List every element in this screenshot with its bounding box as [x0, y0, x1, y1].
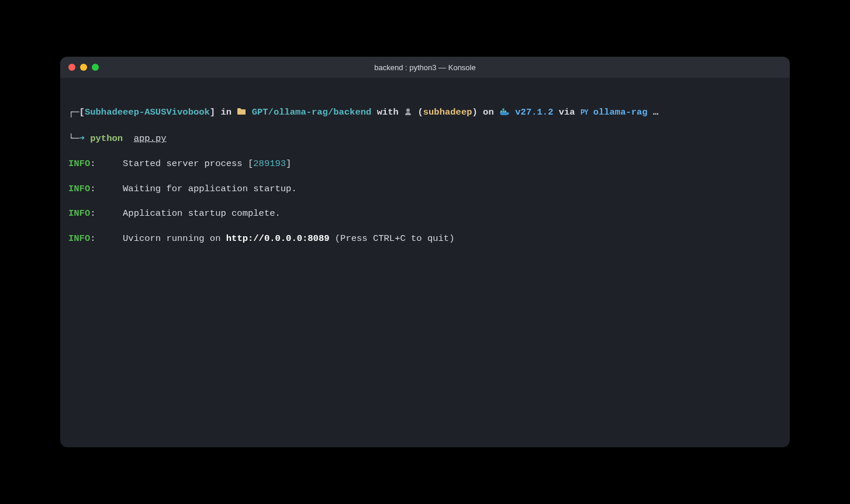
svg-point-0: [406, 109, 410, 112]
prompt-arrow: ➜: [80, 133, 85, 144]
prompt-line-2: └─➜ python app.py: [68, 133, 782, 145]
window-title: backend : python3 — Konsole: [60, 63, 790, 72]
in-label: in: [215, 107, 237, 118]
paren-close: ): [472, 107, 477, 118]
log-line: INFO: Uvicorn running on http://0.0.0.0:…: [68, 233, 782, 245]
command-name: python: [90, 133, 123, 144]
paren-open: (: [417, 107, 423, 118]
log-text: Application startup complete.: [96, 208, 281, 219]
docker-version: v27.1.2: [510, 107, 553, 118]
maximize-icon[interactable]: [92, 64, 99, 71]
server-url: http://0.0.0.0:8089: [226, 233, 330, 244]
whale-icon: [499, 108, 510, 120]
on-label: on: [478, 107, 499, 118]
command-arg: app.py: [134, 133, 167, 144]
with-label: with: [371, 107, 404, 118]
svg-rect-3: [505, 111, 506, 112]
log-text: Waiting for application startup.: [96, 184, 297, 194]
cwd-path: GPT/ollama-rag/backend: [246, 107, 371, 118]
prompt-corner: ┌─: [68, 107, 80, 118]
svg-rect-4: [503, 109, 505, 111]
python-icon: PY: [581, 109, 588, 117]
log-line: INFO: Waiting for application startup.: [68, 183, 782, 195]
user-icon: [404, 107, 412, 118]
bracket-close: ]: [210, 107, 215, 118]
hostname: Subhadeeep-ASUSVivobook: [85, 107, 210, 118]
venv-name: ollama-rag: [588, 107, 647, 118]
via-label: via: [553, 107, 581, 118]
prompt-corner-bottom: └─: [68, 133, 80, 144]
traffic-lights: [60, 64, 99, 71]
prompt-line-1: ┌─[Subhadeeep-ASUSVivobook] in GPT/ollam…: [68, 106, 782, 120]
username: subhadeep: [423, 107, 472, 118]
log-line: INFO: Application startup complete.: [68, 208, 782, 220]
terminal-window: backend : python3 — Konsole ┌─[Subhadeee…: [60, 57, 790, 447]
titlebar[interactable]: backend : python3 — Konsole: [60, 57, 790, 78]
close-icon[interactable]: [68, 64, 75, 71]
terminal-body[interactable]: ┌─[Subhadeeep-ASUSVivobook] in GPT/ollam…: [60, 78, 790, 447]
log-level: INFO: [68, 208, 90, 219]
log-level: INFO: [68, 184, 90, 194]
log-level: INFO: [68, 233, 90, 244]
log-line: INFO: Started server process [289193]: [68, 158, 782, 170]
log-text: Uvicorn running on: [96, 233, 226, 244]
folder-icon: [237, 107, 246, 118]
log-level: INFO: [68, 158, 90, 169]
ellipsis: …: [648, 107, 659, 118]
bracket-open: [: [80, 107, 85, 118]
process-id: 289193: [253, 158, 286, 169]
svg-rect-2: [503, 111, 505, 112]
svg-rect-1: [500, 111, 502, 112]
minimize-icon[interactable]: [80, 64, 87, 71]
log-text: Started server process [: [96, 158, 254, 169]
